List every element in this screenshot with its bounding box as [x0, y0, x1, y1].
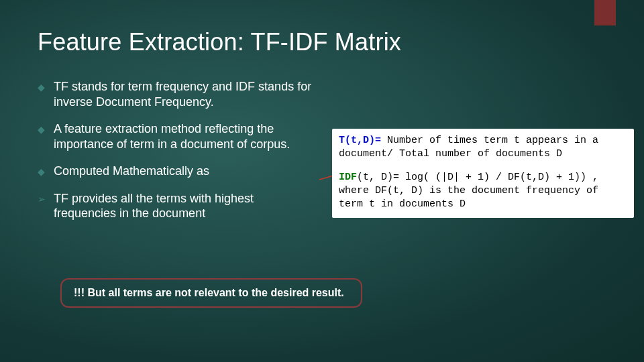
diamond-icon: ◆: [38, 82, 45, 94]
slide-title: Feature Extraction: TF-IDF Matrix: [38, 28, 401, 56]
diamond-icon: ◆: [38, 124, 45, 136]
bullet-text: A feature extraction method reflecting t…: [54, 122, 290, 151]
bullet-item: ◆ A feature extraction method reflecting…: [38, 121, 319, 152]
chevron-icon: ➢: [38, 194, 46, 206]
bullet-item: ◆ Computed Mathematically as: [38, 164, 319, 179]
accent-bar: [594, 0, 616, 25]
tf-formula: T(t,D)= Number of times term t appears i…: [339, 134, 627, 162]
idf-formula: IDF(t, D)= log( (|D| + 1) / DF(t,D) + 1)…: [339, 171, 627, 212]
idf-rest: (t, D)= log( (|D| + 1) / DF(t,D) + 1)) ,…: [339, 172, 598, 210]
tf-label: T(t,D)=: [339, 135, 381, 146]
bullet-item: ➢ TF provides all the terms with highest…: [38, 191, 319, 221]
callout-note: !!! But all terms are not relevant to th…: [60, 278, 362, 308]
diamond-icon: ◆: [38, 166, 45, 178]
bullet-text: TF provides all the terms with highest f…: [54, 192, 254, 221]
idf-label: IDF: [339, 172, 357, 183]
formula-box: T(t,D)= Number of times term t appears i…: [332, 129, 634, 218]
bullet-text: TF stands for term frequency and IDF sta…: [54, 80, 311, 109]
bullet-text: Computed Mathematically as: [54, 164, 209, 178]
bullet-list: ◆ TF stands for term frequency and IDF s…: [38, 79, 319, 233]
bullet-item: ◆ TF stands for term frequency and IDF s…: [38, 79, 319, 109]
note-text: !!! But all terms are not relevant to th…: [74, 287, 344, 299]
